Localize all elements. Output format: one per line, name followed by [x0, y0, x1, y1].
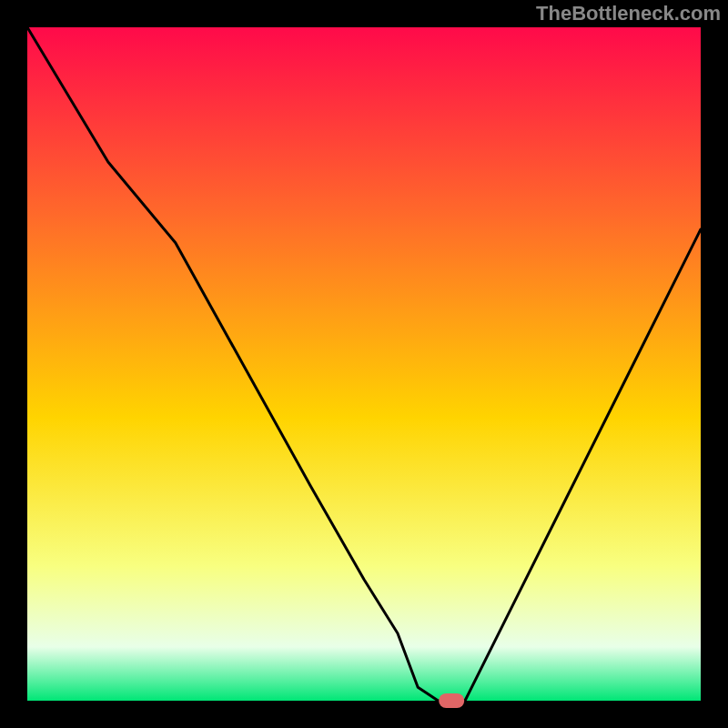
- chart-container: TheBottleneck.com: [0, 0, 728, 728]
- svg-rect-1: [27, 27, 701, 701]
- bottleneck-chart: [0, 0, 728, 728]
- watermark-text: TheBottleneck.com: [536, 2, 721, 25]
- svg-rect-2: [439, 693, 464, 708]
